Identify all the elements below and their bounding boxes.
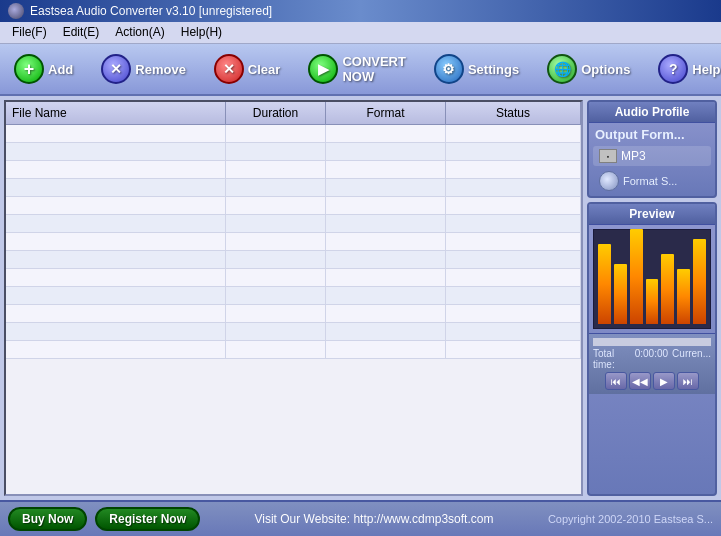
audio-profile-title: Audio Profile <box>589 102 715 123</box>
table-row <box>6 287 581 305</box>
website-text: Visit Our Website: http://www.cdmp3soft.… <box>208 512 540 526</box>
clear-label: Clear <box>248 62 281 77</box>
total-time-label: Total time: <box>593 348 631 370</box>
cd-icon <box>599 171 619 191</box>
menu-action[interactable]: Action(A) <box>107 24 172 41</box>
table-row <box>6 197 581 215</box>
main-content: File Name Duration Format Status <box>0 96 721 500</box>
time-info: Total time: 0:00:00 Curren... <box>593 348 711 370</box>
app-title: Eastsea Audio Converter v3.10 [unregiste… <box>30 4 272 18</box>
menu-bar: File(F) Edit(E) Action(A) Help(H) <box>0 22 721 44</box>
format-settings-label: Format S... <box>623 175 677 187</box>
col-header-format: Format <box>326 102 446 124</box>
preview-title: Preview <box>589 204 715 225</box>
eq-bar-1 <box>598 244 611 324</box>
col-header-filename: File Name <box>6 102 226 124</box>
buy-now-button[interactable]: Buy Now <box>8 507 87 531</box>
mp3-format-item[interactable]: ▪ MP3 <box>593 146 711 166</box>
transport-controls: ⏮ ◀◀ ▶ ⏭ <box>593 370 711 392</box>
eq-bar-2 <box>614 264 627 324</box>
total-time-value: 0:00:00 <box>635 348 668 370</box>
table-row <box>6 179 581 197</box>
eq-bar-5 <box>661 254 674 324</box>
remove-button[interactable]: ✕ Remove <box>93 50 194 88</box>
file-list-rows[interactable] <box>6 125 581 359</box>
rewind-button[interactable]: ◀◀ <box>629 372 651 390</box>
file-list-header: File Name Duration Format Status <box>6 102 581 125</box>
col-header-status: Status <box>446 102 581 124</box>
table-row <box>6 305 581 323</box>
preview-panel: Preview Total time: 0:00:00 Curren... <box>587 202 717 496</box>
remove-icon: ✕ <box>101 54 131 84</box>
bottom-bar: Buy Now Register Now Visit Our Website: … <box>0 500 721 536</box>
convert-label: CONVERT NOW <box>342 54 406 84</box>
skip-back-button[interactable]: ⏮ <box>605 372 627 390</box>
convert-button[interactable]: ▶ CONVERT NOW <box>300 50 414 88</box>
window-icon <box>8 3 24 19</box>
eq-bar-3 <box>630 229 643 324</box>
eq-bar-7 <box>693 239 706 324</box>
options-icon: 🌐 <box>547 54 577 84</box>
add-button[interactable]: + Add <box>6 50 81 88</box>
add-icon: + <box>14 54 44 84</box>
help-button[interactable]: ? Help <box>650 50 721 88</box>
table-row <box>6 269 581 287</box>
title-bar: Eastsea Audio Converter v3.10 [unregiste… <box>0 0 721 22</box>
table-row <box>6 125 581 143</box>
table-row <box>6 215 581 233</box>
current-label: Curren... <box>672 348 711 370</box>
eq-bar-6 <box>677 269 690 324</box>
audio-profile-panel: Audio Profile Output Form... ▪ MP3 Forma… <box>587 100 717 198</box>
copyright-text: Copyright 2002-2010 Eastsea S... <box>548 513 713 525</box>
convert-icon: ▶ <box>308 54 338 84</box>
mp3-icon: ▪ <box>599 149 617 163</box>
menu-edit[interactable]: Edit(E) <box>55 24 108 41</box>
table-row <box>6 251 581 269</box>
preview-display <box>593 229 711 329</box>
options-label: Options <box>581 62 630 77</box>
right-panel: Audio Profile Output Form... ▪ MP3 Forma… <box>587 100 717 496</box>
table-row <box>6 341 581 359</box>
col-header-duration: Duration <box>226 102 326 124</box>
play-button[interactable]: ▶ <box>653 372 675 390</box>
skip-forward-button[interactable]: ⏭ <box>677 372 699 390</box>
remove-label: Remove <box>135 62 186 77</box>
output-format-label: Output Form... <box>589 123 715 144</box>
transport-bar: Total time: 0:00:00 Curren... ⏮ ◀◀ ▶ ⏭ <box>589 333 715 394</box>
table-row <box>6 143 581 161</box>
settings-label: Settings <box>468 62 519 77</box>
menu-file[interactable]: File(F) <box>4 24 55 41</box>
help-label: Help <box>692 62 720 77</box>
eq-bar-4 <box>646 279 659 324</box>
add-label: Add <box>48 62 73 77</box>
clear-icon: ✕ <box>214 54 244 84</box>
settings-button[interactable]: ⚙ Settings <box>426 50 527 88</box>
mp3-label: MP3 <box>621 149 646 163</box>
register-now-button[interactable]: Register Now <box>95 507 200 531</box>
options-button[interactable]: 🌐 Options <box>539 50 638 88</box>
file-list-panel: File Name Duration Format Status <box>4 100 583 496</box>
settings-icon: ⚙ <box>434 54 464 84</box>
table-row <box>6 323 581 341</box>
clear-button[interactable]: ✕ Clear <box>206 50 289 88</box>
format-settings-item[interactable]: Format S... <box>593 168 711 194</box>
table-row <box>6 233 581 251</box>
menu-help[interactable]: Help(H) <box>173 24 230 41</box>
table-row <box>6 161 581 179</box>
toolbar: + Add ✕ Remove ✕ Clear ▶ CONVERT NOW ⚙ S… <box>0 44 721 96</box>
help-icon: ? <box>658 54 688 84</box>
progress-bar <box>593 338 711 346</box>
